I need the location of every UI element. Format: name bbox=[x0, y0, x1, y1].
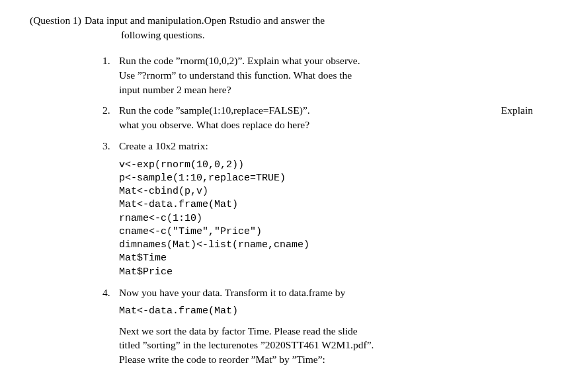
item2-line2: what you observe. What does replace do h… bbox=[119, 118, 533, 132]
item4-after2: titled ”sorting” in the lecturenotes ”20… bbox=[119, 338, 533, 352]
item2-line1: Run the code ”sample(1:10,replace=FALSE)… bbox=[119, 103, 533, 118]
question-item-4: 4. Now you have your data. Transform it … bbox=[102, 286, 533, 367]
item-number: 4. bbox=[102, 286, 110, 300]
item-number: 1. bbox=[102, 54, 110, 68]
item4-text1: Now you have your data. Transform it to … bbox=[119, 286, 533, 300]
item1-line3: input number 2 mean here? bbox=[119, 83, 533, 97]
item2-part-b: Explain bbox=[501, 103, 533, 118]
question-intro-line1: Data input and manipulation.Open Rstudio… bbox=[85, 13, 325, 28]
question-intro-line2: following questions. bbox=[121, 28, 325, 42]
code-block-1: v<-exp(rnorm(10,0,2)) p<-sample(1:10,rep… bbox=[119, 159, 533, 279]
item-number: 3. bbox=[102, 139, 110, 153]
item2-part-a: Run the code ”sample(1:10,replace=FALSE)… bbox=[119, 103, 310, 118]
item-number: 2. bbox=[102, 103, 110, 118]
question-item-2: 2. Run the code ”sample(1:10,replace=FAL… bbox=[102, 103, 533, 132]
question-item-3: 3. Create a 10x2 matrix: v<-exp(rnorm(10… bbox=[102, 139, 533, 279]
question-label: (Question 1) bbox=[30, 13, 81, 42]
item3-text: Create a 10x2 matrix: bbox=[119, 139, 533, 153]
item4-after: Next we sort the data by factor Time. Pl… bbox=[119, 324, 533, 367]
item4-after1: Next we sort the data by factor Time. Pl… bbox=[119, 324, 533, 338]
question-header: (Question 1) Data input and manipulation… bbox=[30, 13, 533, 42]
item1-line1: Run the code ”rnorm(10,0,2)”. Explain wh… bbox=[119, 54, 533, 68]
item4-after3: Please write the code to reorder ”Mat” b… bbox=[119, 352, 533, 367]
question-item-1: 1. Run the code ”rnorm(10,0,2)”. Explain… bbox=[102, 54, 533, 97]
code-block-2: Mat<-data.frame(Mat) bbox=[119, 305, 533, 318]
item1-line2: Use ”?rnorm” to understand this function… bbox=[119, 68, 533, 83]
question-list: 1. Run the code ”rnorm(10,0,2)”. Explain… bbox=[102, 54, 533, 366]
